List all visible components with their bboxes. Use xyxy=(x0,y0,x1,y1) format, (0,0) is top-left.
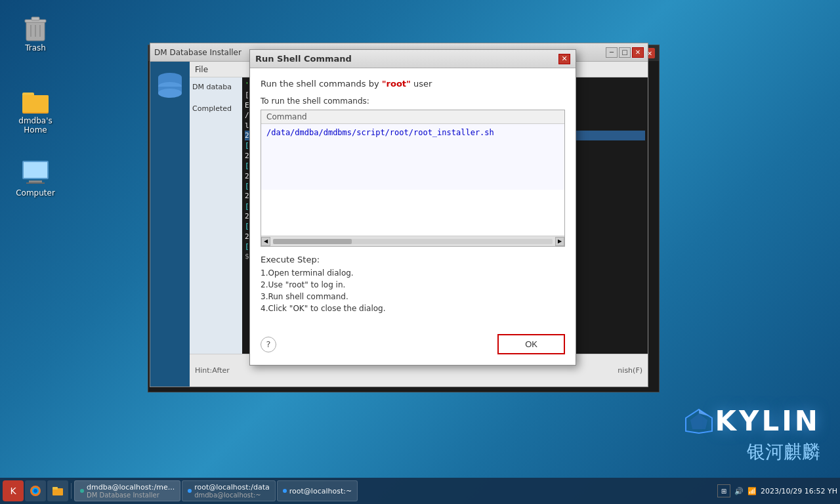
taskbar: K dmdba@localhost:/me... DM Database Ins… xyxy=(0,478,840,504)
taskbar-app-terminal3[interactable]: root@localhost:~ xyxy=(277,480,358,501)
scroll-thumb[interactable] xyxy=(273,239,352,244)
inst-minimize[interactable]: ─ xyxy=(606,47,618,58)
ok-button[interactable]: OK xyxy=(497,334,565,354)
svg-marker-19 xyxy=(690,413,707,429)
taskbar-dot-1 xyxy=(80,489,84,493)
command-text-value: /data/dmdba/dmdbms/script/root/root_inst… xyxy=(261,124,564,190)
header-user: "root" xyxy=(382,79,411,89)
section-label: To run the shell commands: xyxy=(261,96,565,106)
kylin-chinese: 银河麒麟 xyxy=(747,441,820,463)
taskbar-app-terminal2[interactable]: root@localhost:/data dmdba@localhost:~ xyxy=(182,480,276,501)
dmdba-home-label: dmdba'sHome xyxy=(18,116,52,135)
taskbar-app-label-3: root@localhost:~ xyxy=(289,487,352,495)
footer-text: Hint:After xyxy=(195,366,618,375)
svg-rect-12 xyxy=(26,182,45,184)
header-prefix: Run the shell commands by xyxy=(261,79,379,89)
filemanager-icon xyxy=(51,484,64,497)
kylin-brand: KYLIN 银河麒麟 xyxy=(682,405,821,465)
command-area: Command /data/dmdba/dmdbms/script/root/r… xyxy=(261,110,565,247)
taskbar-app-label-1: dmdba@localhost:/me... DM Database Insta… xyxy=(87,483,175,499)
installer-sidebar xyxy=(150,62,190,387)
computer-label: Computer xyxy=(16,188,55,198)
browser-button[interactable] xyxy=(25,480,46,501)
dmdba-home-icon[interactable]: dmdba'sHome xyxy=(9,82,62,137)
folder-icon xyxy=(20,85,51,116)
taskbar-right: ⊞ 🔊 📶 2023/10/29 16:52 YH xyxy=(717,484,837,497)
steps-section: Execute Step: 1.Open terminal dialog. 2.… xyxy=(261,255,565,313)
volume-icon[interactable]: 🔊 xyxy=(734,487,744,495)
taskbar-app-terminal1[interactable]: dmdba@localhost:/me... DM Database Insta… xyxy=(74,480,180,501)
step-4: 4.Click "OK" to close the dialog. xyxy=(261,304,565,313)
start-button[interactable]: K xyxy=(3,480,24,501)
taskbar-sep-1 xyxy=(71,483,72,499)
command-header: Command xyxy=(261,110,564,124)
computer-icon-svg xyxy=(20,157,51,188)
menu-file[interactable]: File xyxy=(195,65,208,74)
dialog-footer: ? OK xyxy=(250,334,576,365)
dialog-title: Run Shell Command xyxy=(255,54,352,64)
run-shell-dialog: Run Shell Command ✕ Run the shell comman… xyxy=(249,49,576,366)
svg-rect-11 xyxy=(29,180,42,182)
installer-left-panel: DM databa Completed xyxy=(190,77,242,354)
horizontal-scrollbar[interactable]: ◀ ▶ xyxy=(261,236,564,246)
dialog-header: Run the shell commands by "root" user xyxy=(261,79,565,89)
dialog-close-button[interactable]: ✕ xyxy=(558,54,570,64)
dm-database-label: DM databa xyxy=(192,83,240,91)
scroll-track[interactable] xyxy=(273,239,553,244)
filemanager-button[interactable] xyxy=(47,480,68,501)
finish-label: nish(F) xyxy=(618,366,642,375)
trash-icon[interactable]: Trash xyxy=(9,9,62,55)
dialog-titlebar: Run Shell Command ✕ xyxy=(250,50,576,68)
kylin-logo-icon xyxy=(682,408,715,434)
svg-point-23 xyxy=(33,489,37,493)
db-icon xyxy=(154,68,186,101)
step-2: 2.Use "root" to log in. xyxy=(261,280,565,289)
steps-title: Execute Step: xyxy=(261,255,565,264)
svg-rect-2 xyxy=(32,17,39,20)
scroll-left[interactable]: ◀ xyxy=(261,237,270,246)
inst-maximize[interactable]: □ xyxy=(619,47,631,58)
taskbar-time: 2023/10/29 16:52 YH xyxy=(761,487,837,495)
step-3: 3.Run shell command. xyxy=(261,292,565,301)
completed-label: Completed xyxy=(192,104,240,113)
svg-rect-10 xyxy=(24,162,47,178)
taskbar-layout-icon[interactable]: ⊞ xyxy=(717,484,730,497)
header-suffix: user xyxy=(413,79,432,89)
taskbar-dot-2 xyxy=(188,489,192,493)
installer-controls: ─ □ ✕ xyxy=(606,47,644,58)
svg-point-17 xyxy=(158,89,182,98)
step-1: 1.Open terminal dialog. xyxy=(261,268,565,278)
network-icon[interactable]: 📶 xyxy=(747,487,757,495)
hint-text: Hint:After xyxy=(195,366,230,375)
firefox-icon xyxy=(29,484,42,497)
prompt: $ xyxy=(245,252,249,261)
help-button[interactable]: ? xyxy=(261,337,276,352)
command-extra-space xyxy=(261,190,564,236)
trash-label: Trash xyxy=(25,43,46,52)
computer-icon[interactable]: Computer xyxy=(9,154,62,200)
taskbar-dot-3 xyxy=(283,489,287,493)
trash-icon-svg xyxy=(20,12,51,43)
footer-finish[interactable]: nish(F) xyxy=(618,366,642,375)
svg-rect-8 xyxy=(22,95,49,112)
inst-close[interactable]: ✕ xyxy=(632,47,644,58)
svg-rect-25 xyxy=(52,487,58,490)
kylin-text: KYLIN xyxy=(715,405,821,437)
desktop: Trash dmdba'sHome Computer Terminal ─ □ … xyxy=(0,0,840,504)
installer-title-text: DM Database Installer xyxy=(154,48,242,57)
dialog-body: Run the shell commands by "root" user To… xyxy=(250,68,576,334)
scroll-right[interactable]: ▶ xyxy=(555,237,564,246)
taskbar-app-label-2: root@localhost:/data dmdba@localhost:~ xyxy=(194,483,270,499)
